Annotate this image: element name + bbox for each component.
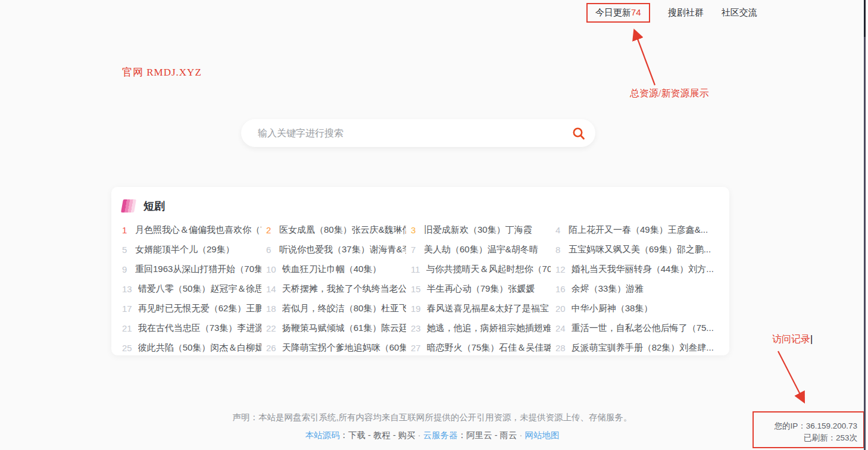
footer-text: · [517,430,525,440]
drama-item[interactable]: 12婚礼当天我华丽转身（44集）刘方... [555,260,719,279]
search-bar [241,119,595,147]
drama-title: 铁血狂刀让巾帼（40集） [282,264,382,275]
annotation-visit-note: 访问记录| [772,333,813,346]
drama-title: 错爱八零（50集）赵冠宇＆徐思祁 [138,283,261,295]
drama-item[interactable]: 13错爱八零（50集）赵冠宇＆徐思祁 [122,279,266,299]
drama-item[interactable]: 27暗恋野火（75集）石佳＆吴佳璐 [411,338,555,358]
drama-rank: 6 [266,245,273,255]
drama-item[interactable]: 28反派萌宝驯养手册（82集）刘叁肆... [555,338,719,358]
search-input[interactable] [241,128,566,139]
drama-item[interactable]: 7美人劫（60集）温宇&胡冬晴 [411,240,555,260]
drama-title: 中华小厨神（38集） [572,303,653,314]
drama-rank: 5 [122,245,129,255]
drama-title: 彼此共陷（50集）闵杰＆白柳嫣 [138,342,261,354]
drama-rank: 1 [122,225,129,235]
nav-item-today-update[interactable]: 今日更新74 [595,7,641,17]
text-caret: | [810,334,813,344]
annotation-visit-text: 访问记录 [772,334,810,344]
drama-rank: 24 [555,323,566,333]
drama-rank: 23 [411,323,421,333]
drama-title: 女婿能顶半个儿（29集） [135,244,235,255]
drama-rank: 14 [266,284,276,294]
drama-rank: 25 [122,343,132,353]
drama-item[interactable]: 21我在古代当忠臣（73集）李进源&... [122,318,266,338]
drama-item[interactable]: 19春风送喜见福星&太好了是福宝（... [411,299,555,318]
drama-title: 五宝妈咪又飒又美（69集）邵之鹏... [569,244,711,255]
visitor-ip-value: 36.159.200.73 [806,421,857,430]
drama-rank: 11 [411,264,420,274]
section-title: 短剧 [143,199,165,213]
drama-item[interactable]: 15半生再心动（79集）张媛媛 [411,279,555,299]
drama-rank: 21 [122,323,132,333]
visitor-refresh-label: 已刷新： [804,433,836,442]
arrow-to-today-update [635,31,655,85]
drama-item[interactable]: 14天桥摆摊，我捡了个纨绔当老公（... [266,279,411,299]
drama-item[interactable]: 25彼此共陷（50集）闵杰＆白柳嫣 [122,338,266,358]
footer-link[interactable]: 网站地图 [524,430,559,440]
drama-item[interactable]: 6听说你也爱我（37集）谢海青&李... [266,240,411,260]
drama-item[interactable]: 4陌上花开又一春（49集）王彦鑫&... [555,220,719,240]
drama-item[interactable]: 20中华小厨神（38集） [555,299,719,318]
footer-text: 阿里云 - 雨云 [466,430,517,440]
drama-rank: 7 [411,245,418,255]
drama-rank: 20 [555,304,566,314]
drama-title: 天桥摆摊，我捡了个纨绔当老公（... [282,283,406,295]
drama-title: 陌上花开又一春（49集）王彦鑫&... [569,224,708,236]
drama-title: 春风送喜见福星&太好了是福宝（... [427,303,551,314]
drama-rank: 16 [555,284,566,294]
drama-title: 天降萌宝拐个爹地追妈咪（60集）... [282,342,406,354]
pink-stripes-icon [121,199,136,212]
visitor-ip: 您的IP：36.159.200.73 [774,420,857,432]
drama-card: 短剧 1月色照我心＆偏偏我也喜欢你（79...2医女成凰（80集）张云庆&魏琳儒… [111,187,729,355]
drama-rank: 22 [266,323,276,333]
drama-item[interactable]: 23她逃，他追，病娇祖宗她插翅难飞... [411,318,555,338]
drama-title: 美人劫（60集）温宇&胡冬晴 [424,244,538,255]
scrollbar-track[interactable] [864,0,866,450]
drama-rank: 9 [122,264,129,274]
search-icon [572,126,586,140]
footer-link[interactable]: 云服务器 [423,430,458,440]
drama-item[interactable]: 22扬鞭策马赋倾城（61集）陈云廷&... [266,318,411,338]
drama-item[interactable]: 3旧爱成新欢（30集）丁海霞 [411,220,555,240]
drama-rank: 17 [122,304,132,314]
footer-link[interactable]: 本站源码 [305,430,340,440]
drama-rank: 12 [555,264,566,274]
annotation-resource-note: 总资源/新资源展示 [630,88,708,100]
drama-item[interactable]: 24重活一世，自私老公他后悔了（75... [555,318,719,338]
footer-text: ： [458,430,467,440]
visitor-info-annotation-box: 您的IP：36.159.200.73 已刷新：253次 [753,411,864,448]
drama-title: 我在古代当忠臣（73集）李进源&... [138,323,261,334]
drama-title: 扬鞭策马赋倾城（61集）陈云廷&... [282,323,406,334]
drama-item[interactable]: 8五宝妈咪又飒又美（69集）邵之鹏... [555,240,719,260]
drama-title: 医女成凰（80集）张云庆&魏琳儒... [279,224,406,236]
drama-item[interactable]: 17再见时已无恨无爱（62集）王鹏&... [122,299,266,318]
drama-title: 半生再心动（79集）张媛媛 [427,283,535,295]
drama-item[interactable]: 16余烬（33集）游雅 [555,279,719,299]
search-button[interactable] [566,120,592,146]
drama-rank: 3 [411,225,418,235]
drama-item[interactable]: 11与你共揽晴天＆风起时想你（70集... [411,260,555,279]
drama-item[interactable]: 9重回1963从深山打猎开始（70集）... [122,260,266,279]
nav-item-forum[interactable]: 社区交流 [722,7,757,18]
nav-item-drama-community[interactable]: 搜剧社群 [668,7,704,18]
drama-item[interactable]: 5女婿能顶半个儿（29集） [122,240,266,260]
footer-text: · [416,430,423,440]
today-update-count: 74 [631,7,641,17]
drama-item[interactable]: 2医女成凰（80集）张云庆&魏琳儒... [266,220,411,240]
drama-rank: 10 [266,264,276,274]
footer-text: ： [340,430,349,440]
drama-title: 重回1963从深山打猎开始（70集）... [135,264,261,275]
drama-rank: 8 [555,245,563,255]
arrow-to-visitor-box [778,351,804,401]
visitor-ip-label: 您的IP： [774,421,805,430]
drama-item[interactable]: 1月色照我心＆偏偏我也喜欢你（79... [122,220,266,240]
scrollbar-thumb[interactable] [864,0,866,37]
drama-title: 旧爱成新欢（30集）丁海霞 [424,224,532,236]
drama-item[interactable]: 10铁血狂刀让巾帼（40集） [266,260,411,279]
footer-text: 下载 - 教程 - 购买 [348,430,416,440]
drama-list: 1月色照我心＆偏偏我也喜欢你（79...2医女成凰（80集）张云庆&魏琳儒...… [122,220,719,358]
drama-item[interactable]: 26天降萌宝拐个爹地追妈咪（60集）... [266,338,411,358]
drama-item[interactable]: 18若似月，终皎洁（80集）杜亚飞&... [266,299,411,318]
drama-rank: 27 [411,343,421,353]
visitor-refresh: 已刷新：253次 [804,432,857,444]
